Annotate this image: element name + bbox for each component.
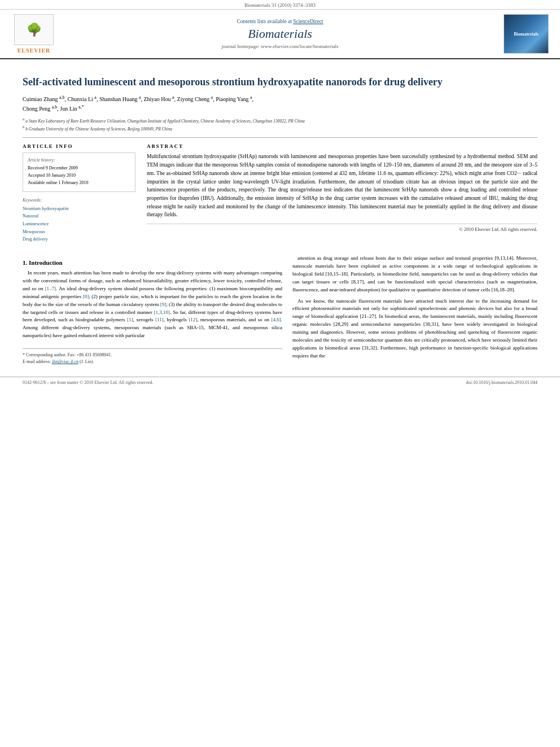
journal-header-center: Contents lists available at ScienceDirec…: [56, 19, 504, 49]
body-content: 1. Introduction In recent years, much at…: [23, 255, 537, 365]
intro-paragraph2: attention as drug storage and release ho…: [292, 255, 537, 360]
citation-text: Biomaterials 31 (2010) 3374–3383: [244, 2, 316, 8]
biomaterials-logo-text: Biomaterials: [514, 32, 539, 37]
keyword-2: Nanorod: [23, 212, 135, 220]
keyword-5: Drug delivery: [23, 235, 135, 243]
accepted-date: Accepted 10 January 2010: [28, 172, 130, 180]
article-history-box: Article history: Received 9 December 200…: [23, 152, 135, 191]
article-info-column: ARTICLE INFO Article history: Received 9…: [23, 143, 135, 243]
paper-title: Self-activated luminescent and mesoporou…: [23, 75, 537, 89]
copyright-line: © 2010 Elsevier Ltd. All rights reserved…: [147, 224, 537, 232]
article-history-title: Article history:: [28, 158, 130, 163]
main-content: Self-activated luminescent and mesoporou…: [0, 59, 560, 371]
article-info-abstract: ARTICLE INFO Article history: Received 9…: [23, 143, 537, 243]
corresponding-author-note: * Corresponding author. Fax: +86 431 856…: [23, 352, 282, 359]
keywords-title: Keywords:: [23, 198, 135, 203]
abstract-text: Multifunctional strontium hydroxyapatite…: [147, 152, 537, 219]
journal-header: 🌳 ELSEVIER Contents lists available at S…: [0, 10, 560, 59]
issn-text: 0142-9612/$ – see front matter © 2010 El…: [23, 380, 154, 385]
divider: [23, 137, 537, 138]
available-date: Available online 1 February 2010: [28, 180, 130, 187]
elsevier-logo: 🌳 ELSEVIER: [11, 14, 56, 54]
elsevier-logo-box: 🌳: [14, 14, 54, 45]
footnote-area: * Corresponding author. Fax: +86 431 856…: [23, 348, 282, 365]
abstract-header: ABSTRACT: [147, 143, 537, 149]
elsevier-label: ELSEVIER: [18, 47, 51, 54]
keyword-1: Strontium hydroxyapatite: [23, 205, 135, 213]
sciencedirect-text[interactable]: Contents lists available at ScienceDirec…: [56, 19, 504, 24]
keyword-3: Luminescence: [23, 220, 135, 228]
keywords-box: Keywords: Strontium hydroxyapatite Nanor…: [23, 198, 135, 243]
article-info-header: ARTICLE INFO: [23, 143, 135, 149]
doi-text: doi:10.1016/j.biomaterials.2010.01.044: [466, 380, 537, 385]
abstract-column: ABSTRACT Multifunctional strontium hydro…: [147, 143, 537, 243]
citation-bar: Biomaterials 31 (2010) 3374–3383: [0, 0, 560, 10]
body-left-column: 1. Introduction In recent years, much at…: [23, 255, 282, 365]
keyword-4: Mesoporous: [23, 228, 135, 236]
body-right-column: attention as drug storage and release ho…: [292, 255, 537, 365]
email-note: E-mail address: jlin@ciac.jl.cn (J. Lin)…: [23, 359, 282, 365]
authors-line: Cuimiao Zhang a,b, Chunxia Li a, Shansha…: [23, 94, 537, 113]
bottom-bar: 0142-9612/$ – see front matter © 2010 El…: [0, 377, 560, 388]
introduction-paragraph1: In recent years, much attention has been…: [23, 269, 282, 340]
affiliations: a a State Key Laboratory of Rare Earth R…: [23, 116, 537, 132]
journal-homepage: journal homepage: www.elsevier.com/locat…: [56, 43, 504, 49]
received-date: Received 9 December 2009: [28, 165, 130, 172]
biomaterials-logo: Biomaterials: [504, 14, 549, 54]
elsevier-tree-icon: 🌳: [27, 23, 42, 37]
journal-title: Biomaterials: [56, 27, 504, 41]
introduction-title: 1. Introduction: [23, 259, 282, 266]
